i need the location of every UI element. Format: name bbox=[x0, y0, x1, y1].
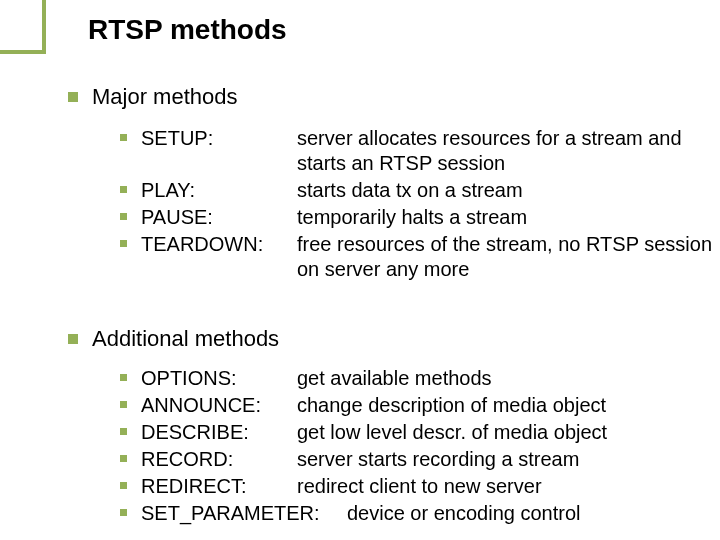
method-term: TEARDOWN: bbox=[141, 232, 297, 257]
slide-title: RTSP methods bbox=[88, 14, 287, 46]
bullet-square-icon bbox=[120, 482, 127, 489]
list-item: SETUP: server allocates resources for a … bbox=[120, 126, 717, 176]
bullet-square-icon bbox=[68, 334, 78, 344]
slide: RTSP methods Major methods SETUP: server… bbox=[0, 0, 720, 540]
bullet-square-icon bbox=[120, 186, 127, 193]
method-desc: starts data tx on a stream bbox=[297, 178, 717, 203]
section-heading-additional: Additional methods bbox=[68, 326, 279, 352]
method-desc: temporarily halts a stream bbox=[297, 205, 717, 230]
list-item: OPTIONS: get available methods bbox=[120, 366, 720, 391]
additional-items: OPTIONS: get available methods ANNOUNCE:… bbox=[120, 366, 720, 528]
method-term: DESCRIBE: bbox=[141, 420, 297, 445]
method-desc: get available methods bbox=[297, 366, 717, 391]
section-heading-text: Additional methods bbox=[92, 326, 279, 352]
method-term: OPTIONS: bbox=[141, 366, 297, 391]
bullet-square-icon bbox=[120, 509, 127, 516]
method-desc: free resources of the stream, no RTSP se… bbox=[297, 232, 717, 282]
decor-rule-vertical bbox=[42, 0, 46, 54]
list-item: DESCRIBE: get low level descr. of media … bbox=[120, 420, 720, 445]
method-term: PLAY: bbox=[141, 178, 297, 203]
section-heading-major: Major methods bbox=[68, 84, 238, 110]
list-item: PLAY: starts data tx on a stream bbox=[120, 178, 717, 203]
method-desc: device or encoding control bbox=[347, 501, 720, 526]
method-desc: server starts recording a stream bbox=[297, 447, 717, 472]
list-item: REDIRECT: redirect client to new server bbox=[120, 474, 720, 499]
bullet-square-icon bbox=[68, 92, 78, 102]
method-desc: server allocates resources for a stream … bbox=[297, 126, 717, 176]
bullet-square-icon bbox=[120, 134, 127, 141]
list-item: RECORD: server starts recording a stream bbox=[120, 447, 720, 472]
bullet-square-icon bbox=[120, 428, 127, 435]
method-desc: get low level descr. of media object bbox=[297, 420, 717, 445]
method-term: SETUP: bbox=[141, 126, 297, 151]
method-desc: change description of media object bbox=[297, 393, 717, 418]
decor-rule-horizontal bbox=[0, 50, 46, 54]
bullet-square-icon bbox=[120, 455, 127, 462]
bullet-square-icon bbox=[120, 213, 127, 220]
list-item: PAUSE: temporarily halts a stream bbox=[120, 205, 717, 230]
major-items: SETUP: server allocates resources for a … bbox=[120, 126, 717, 284]
method-term: SET_PARAMETER: bbox=[141, 501, 347, 526]
list-item: SET_PARAMETER: device or encoding contro… bbox=[120, 501, 720, 526]
method-term: RECORD: bbox=[141, 447, 297, 472]
list-item: ANNOUNCE: change description of media ob… bbox=[120, 393, 720, 418]
bullet-square-icon bbox=[120, 401, 127, 408]
section-heading-text: Major methods bbox=[92, 84, 238, 110]
bullet-square-icon bbox=[120, 240, 127, 247]
method-term: ANNOUNCE: bbox=[141, 393, 297, 418]
list-item: TEARDOWN: free resources of the stream, … bbox=[120, 232, 717, 282]
bullet-square-icon bbox=[120, 374, 127, 381]
method-desc: redirect client to new server bbox=[297, 474, 717, 499]
method-term: PAUSE: bbox=[141, 205, 297, 230]
method-term: REDIRECT: bbox=[141, 474, 297, 499]
